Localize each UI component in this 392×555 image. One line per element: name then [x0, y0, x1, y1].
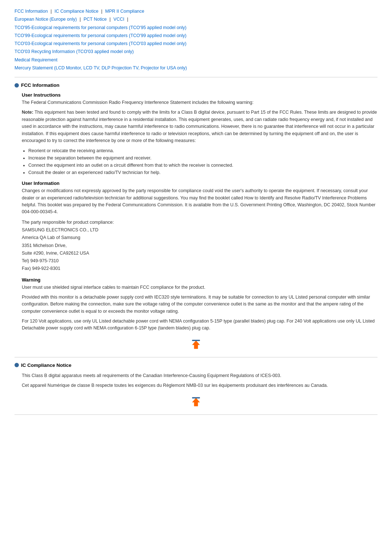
svg-rect-0	[194, 344, 198, 349]
warning-para2: Provided with this monitor is a detachab…	[22, 294, 377, 315]
svg-marker-4	[192, 398, 200, 402]
divider-top	[15, 77, 377, 77]
company-line-5: Fax) 949-922-8301	[22, 266, 60, 271]
nav-vcci[interactable]: VCCI	[114, 17, 124, 22]
nav-mpr[interactable]: MPR II Compliance	[105, 9, 144, 14]
svg-rect-3	[194, 402, 198, 406]
company-line-0: SAMSUNG ELECTRONICS CO., LTD	[22, 227, 98, 232]
nav-tco95[interactable]: TCO'95-Ecological requirements for perso…	[15, 25, 187, 30]
warning-subsection: Warning User must use shielded signal in…	[22, 277, 377, 332]
measures-list: Reorient or relocate the receiving anten…	[28, 147, 377, 176]
fcc-bullet-icon	[15, 83, 19, 88]
fcc-title: FCC Information	[21, 82, 60, 88]
nav-pct[interactable]: PCT Notice	[83, 17, 107, 22]
ic-section: IC Compliance Notice This Class B digita…	[15, 362, 377, 409]
company-line-2: 3351 Michelson Drive,	[22, 243, 67, 248]
svg-rect-5	[192, 397, 200, 398]
warning-para3: For 120 Volt applications, use only UL L…	[22, 318, 377, 332]
top-button-fcc[interactable]	[189, 338, 203, 351]
user-information-subsection: User Information Changes or modification…	[22, 181, 377, 272]
note-body-text: This equipment has been tested and found…	[22, 110, 377, 143]
nav-tco03[interactable]: TCO'03-Ecological requirements for perso…	[15, 41, 187, 46]
top-arrow-icon-ic	[189, 395, 203, 408]
top-button-container-ic	[15, 395, 377, 409]
svg-marker-1	[192, 340, 200, 345]
top-button-ic[interactable]	[189, 395, 203, 408]
user-instructions-subsection: User Instructions The Federal Communicat…	[22, 92, 377, 176]
svg-rect-2	[192, 340, 200, 341]
nav-tco03r[interactable]: TCO'03 Recycling Information (TCO'03 app…	[15, 49, 134, 54]
party-label: The party responsible for product compli…	[22, 220, 114, 225]
divider-bottom	[15, 414, 377, 415]
ic-title: IC Compliance Notice	[21, 362, 72, 368]
divider-ic	[15, 357, 377, 357]
nav-ic[interactable]: IC Compliance Notice	[54, 9, 98, 14]
nav-tco99[interactable]: TCO'99-Ecological requirements for perso…	[15, 33, 187, 38]
nav-fcc[interactable]: FCC Information	[15, 9, 48, 14]
user-instructions-para1: The Federal Communications Commission Ra…	[22, 99, 377, 106]
ic-bullet-icon	[15, 363, 19, 367]
list-item: Reorient or relocate the receiving anten…	[28, 147, 377, 154]
ic-header: IC Compliance Notice	[15, 362, 377, 368]
ic-para1: This Class B digital apparatus meets all…	[22, 372, 377, 379]
warning-para1: User must use shielded signal interface …	[22, 284, 377, 291]
top-arrow-icon	[189, 338, 203, 351]
company-line-4: Tel) 949-975-7310	[22, 258, 58, 263]
company-info-block: The party responsible for product compli…	[22, 219, 377, 273]
user-info-para1: Changes or modifications not expressly a…	[22, 187, 377, 216]
company-line-3: Suite #290, Irvine, CA92612 USA	[22, 251, 89, 256]
warning-title: Warning	[22, 277, 377, 283]
ic-para2: Cet appareil Numérique de classe B respe…	[22, 382, 377, 389]
company-line-1: America QA Lab of Samsung	[22, 235, 80, 240]
nav-mercury[interactable]: Mercury Statement (LCD Monitor, LCD TV, …	[15, 65, 187, 70]
fcc-header: FCC Information	[15, 82, 377, 88]
nav-links: FCC Information | IC Compliance Notice |…	[15, 7, 377, 72]
list-item: Connect the equipment into an outlet on …	[28, 162, 377, 169]
nav-european[interactable]: European Notice (Europe only)	[15, 17, 77, 22]
list-item: Increase the separation between the equi…	[28, 154, 377, 162]
top-button-container-fcc	[15, 338, 377, 352]
user-instructions-title: User Instructions	[22, 92, 377, 98]
note-paragraph: Note: This equipment has been tested and…	[22, 109, 377, 144]
note-bold-label: Note:	[22, 110, 33, 115]
ic-content: This Class B digital apparatus meets all…	[22, 372, 377, 389]
fcc-section: FCC Information User Instructions The Fe…	[15, 82, 377, 352]
user-information-title: User Information	[22, 181, 377, 186]
nav-medical[interactable]: Medical Requirement	[15, 57, 57, 62]
list-item: Consult the dealer or an experienced rad…	[28, 169, 377, 176]
